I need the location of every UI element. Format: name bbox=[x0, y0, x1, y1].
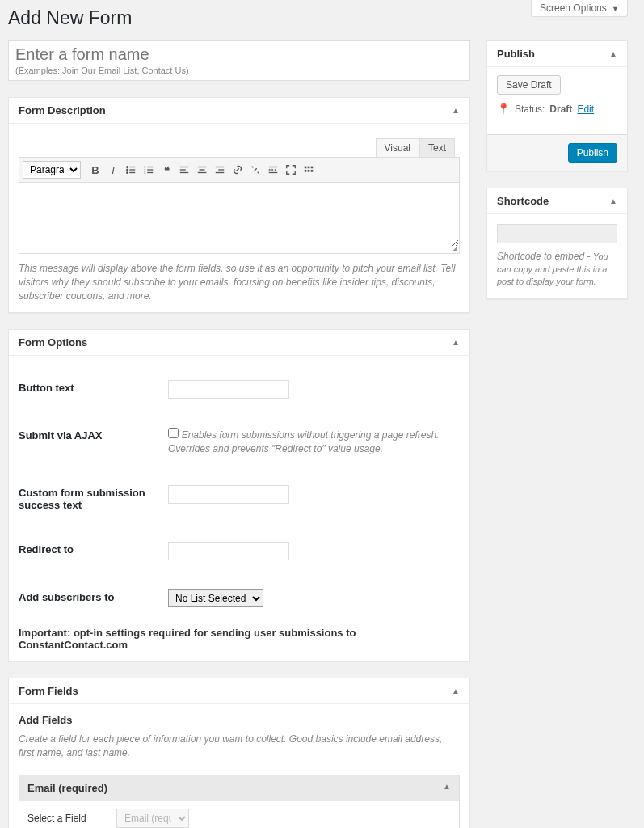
redirect-label: Redirect to bbox=[19, 527, 160, 575]
field-panel-email: Email (required) ▲ Select a Field Email … bbox=[19, 775, 460, 828]
svg-text:3: 3 bbox=[144, 171, 146, 175]
add-fields-heading: Add Fields bbox=[19, 714, 460, 726]
form-options-panel: Form Options ▲ Button text Submit via AJ… bbox=[8, 329, 470, 661]
form-options-heading: Form Options bbox=[19, 336, 87, 349]
select-field-dropdown[interactable]: Email (required) bbox=[116, 809, 189, 828]
svg-point-2 bbox=[127, 169, 128, 171]
success-text-label: Custom form submission success text bbox=[19, 471, 160, 527]
unlink-icon[interactable] bbox=[247, 162, 263, 178]
chevron-down-icon: ▼ bbox=[612, 5, 619, 13]
align-left-icon[interactable] bbox=[176, 162, 192, 178]
form-fields-heading: Form Fields bbox=[19, 685, 78, 697]
form-description-heading: Form Description bbox=[19, 104, 106, 116]
shortcode-input[interactable] bbox=[497, 224, 617, 243]
screen-options-label: Screen Options bbox=[540, 2, 607, 14]
collapse-icon[interactable]: ▲ bbox=[452, 338, 460, 347]
pin-icon: 📍 bbox=[497, 103, 510, 115]
add-fields-hint: Create a field for each piece of informa… bbox=[19, 733, 460, 760]
select-field-label: Select a Field bbox=[27, 813, 116, 824]
fullscreen-icon[interactable] bbox=[283, 162, 299, 178]
read-more-icon[interactable] bbox=[265, 162, 281, 178]
svg-rect-24 bbox=[305, 167, 307, 169]
editor-toolbar: Paragraph B I 123 ❝ bbox=[19, 157, 460, 183]
form-name-input[interactable] bbox=[15, 44, 463, 65]
collapse-icon[interactable]: ▲ bbox=[443, 782, 451, 794]
publish-button[interactable]: Publish bbox=[568, 143, 617, 163]
field-panel-title: Email (required) bbox=[27, 782, 107, 794]
numbered-list-icon[interactable]: 123 bbox=[141, 162, 157, 178]
form-name-wrap: (Examples: Join Our Email List, Contact … bbox=[8, 40, 470, 81]
ajax-label: Submit via AJAX bbox=[19, 413, 160, 471]
success-text-input[interactable] bbox=[168, 485, 289, 504]
format-select[interactable]: Paragraph bbox=[23, 161, 81, 179]
align-center-icon[interactable] bbox=[194, 162, 210, 178]
editor-tab-visual[interactable]: Visual bbox=[376, 138, 419, 157]
link-icon[interactable] bbox=[229, 162, 246, 178]
shortcode-hint: Shortcode to embed - You can copy and pa… bbox=[497, 250, 617, 289]
status-value: Draft bbox=[549, 104, 572, 115]
form-name-hint: (Examples: Join Our Email List, Contact … bbox=[15, 65, 463, 75]
shortcode-heading: Shortcode bbox=[497, 195, 549, 207]
edit-status-link[interactable]: Edit bbox=[577, 104, 594, 115]
ajax-description: Enables form submissions without trigger… bbox=[168, 429, 439, 454]
collapse-icon[interactable]: ▲ bbox=[452, 686, 460, 695]
collapse-icon[interactable]: ▲ bbox=[609, 196, 617, 205]
svg-rect-29 bbox=[311, 170, 314, 172]
list-select[interactable]: No List Selected bbox=[168, 589, 263, 607]
redirect-input[interactable] bbox=[168, 542, 289, 560]
form-description-hint: This message will display above the form… bbox=[19, 262, 460, 302]
svg-rect-27 bbox=[305, 170, 307, 172]
svg-rect-28 bbox=[308, 170, 310, 172]
add-subscribers-label: Add subscribers to bbox=[19, 575, 160, 622]
blockquote-icon[interactable]: ❝ bbox=[158, 162, 175, 178]
collapse-icon[interactable]: ▲ bbox=[452, 106, 460, 115]
button-text-label: Button text bbox=[19, 365, 160, 413]
shortcode-panel: Shortcode ▲ Shortcode to embed - You can… bbox=[486, 188, 628, 299]
button-text-input[interactable] bbox=[168, 380, 289, 399]
svg-point-0 bbox=[127, 167, 128, 168]
status-label: Status: bbox=[515, 104, 545, 115]
bullet-list-icon[interactable] bbox=[123, 162, 139, 178]
svg-rect-25 bbox=[308, 167, 310, 169]
form-description-panel: Form Description ▲ Visual Text Paragraph… bbox=[8, 97, 470, 313]
align-right-icon[interactable] bbox=[212, 162, 228, 178]
editor-tab-text[interactable]: Text bbox=[419, 138, 455, 157]
optin-important-note: Important: opt-in settings required for … bbox=[19, 622, 460, 651]
editor-textarea[interactable] bbox=[19, 183, 460, 247]
ajax-checkbox[interactable] bbox=[168, 428, 179, 438]
publish-heading: Publish bbox=[497, 48, 535, 60]
publish-panel: Publish ▲ Save Draft 📍 Status: Draft Edi… bbox=[486, 40, 628, 171]
collapse-icon[interactable]: ▲ bbox=[609, 49, 617, 58]
svg-point-4 bbox=[127, 172, 128, 174]
toolbar-toggle-icon[interactable] bbox=[301, 162, 317, 178]
italic-icon[interactable]: I bbox=[105, 162, 121, 178]
form-fields-panel: Form Fields ▲ Add Fields Create a field … bbox=[8, 678, 470, 828]
resize-grip[interactable] bbox=[19, 247, 460, 254]
screen-options-tab[interactable]: Screen Options ▼ bbox=[531, 0, 628, 17]
bold-icon[interactable]: B bbox=[87, 162, 103, 178]
save-draft-button[interactable]: Save Draft bbox=[497, 75, 561, 95]
svg-rect-26 bbox=[311, 167, 314, 169]
